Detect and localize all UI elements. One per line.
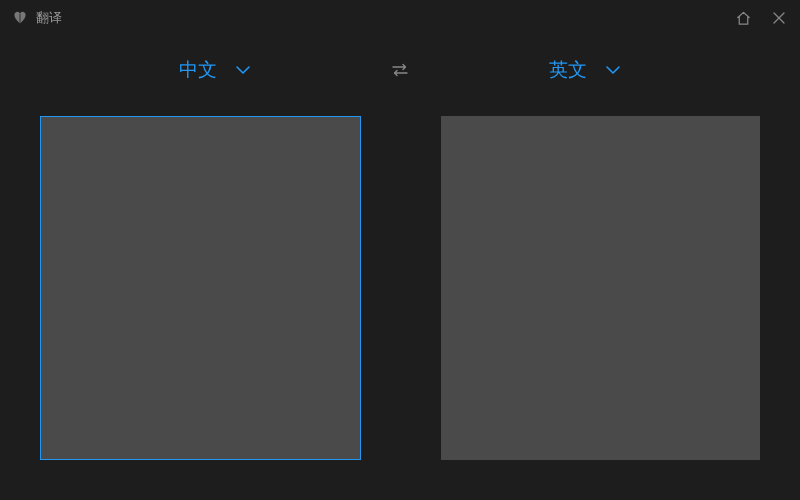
close-icon xyxy=(772,11,786,25)
source-language-label: 中文 xyxy=(179,57,217,83)
swap-icon xyxy=(390,63,410,77)
home-icon xyxy=(735,10,752,27)
source-language-selector[interactable]: 中文 xyxy=(165,57,265,83)
chevron-down-icon xyxy=(235,61,251,79)
swap-languages-button[interactable] xyxy=(390,63,410,77)
titlebar-left: 翻译 xyxy=(12,9,734,27)
target-lang-side: 英文 xyxy=(410,57,760,83)
home-button[interactable] xyxy=(734,9,752,27)
translation-panels xyxy=(0,98,800,500)
close-button[interactable] xyxy=(770,9,788,27)
app-title: 翻译 xyxy=(36,9,62,27)
target-language-label: 英文 xyxy=(549,57,587,83)
source-lang-side: 中文 xyxy=(40,57,390,83)
source-text-panel[interactable] xyxy=(40,116,361,460)
titlebar: 翻译 xyxy=(0,0,800,36)
app-icon xyxy=(12,10,28,26)
language-bar: 中文 英文 xyxy=(0,42,800,98)
target-language-selector[interactable]: 英文 xyxy=(535,57,635,83)
target-text-panel xyxy=(441,116,760,460)
titlebar-controls xyxy=(734,9,788,27)
chevron-down-icon xyxy=(605,61,621,79)
